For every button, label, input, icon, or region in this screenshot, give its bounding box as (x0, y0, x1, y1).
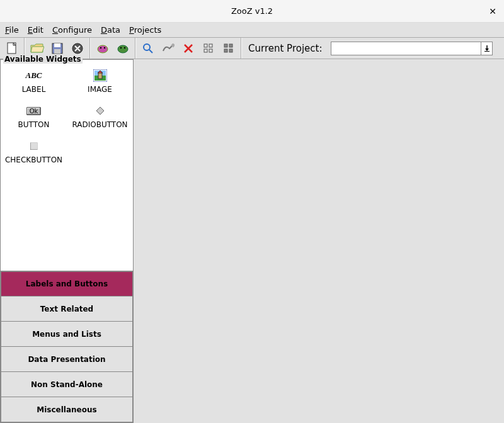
svg-rect-3 (54, 49, 60, 54)
svg-rect-14 (204, 44, 207, 47)
checkbutton-icon (26, 140, 42, 152)
category-labels-buttons[interactable]: Labels and Buttons (1, 271, 133, 296)
align-grid-b-icon[interactable] (220, 40, 237, 57)
zoom-icon[interactable] (140, 40, 156, 57)
save-icon[interactable] (49, 40, 66, 57)
svg-rect-16 (204, 49, 207, 52)
svg-marker-29 (96, 107, 104, 115)
svg-point-5 (98, 45, 108, 53)
perl-run-icon[interactable] (94, 40, 111, 57)
category-menus-lists[interactable]: Menus and Lists (1, 322, 133, 347)
svg-rect-30 (30, 142, 38, 150)
label-icon: ABC (26, 70, 42, 81)
current-project-dropdown[interactable] (331, 42, 493, 55)
perl-debug-icon[interactable] (115, 40, 131, 57)
menu-data[interactable]: Data (101, 25, 120, 35)
category-text-related[interactable]: Text Related (1, 296, 133, 322)
open-folder-icon[interactable] (29, 40, 45, 57)
svg-rect-18 (224, 44, 227, 47)
svg-point-7 (104, 47, 105, 48)
svg-line-12 (149, 50, 152, 53)
titlebar: ZooZ v1.2 ✕ (0, 0, 504, 23)
widget-button[interactable]: Ok BUTTON (2, 105, 66, 129)
category-miscellaneous[interactable]: Miscellaneous (1, 397, 133, 422)
menu-configure[interactable]: Configure (52, 25, 92, 35)
dropdown-arrow-icon[interactable] (481, 42, 492, 55)
svg-point-10 (124, 47, 125, 48)
widget-radiobutton-text: RADIOBUTTON (72, 120, 127, 129)
svg-point-8 (118, 45, 128, 53)
radiobutton-icon (93, 105, 108, 116)
svg-rect-21 (229, 49, 232, 52)
svg-point-9 (120, 47, 122, 48)
remove-icon[interactable] (180, 40, 197, 57)
image-icon (93, 70, 108, 81)
main-area: Available Widgets ABC LABEL IMAGE (0, 59, 504, 423)
svg-rect-17 (209, 49, 212, 52)
svg-point-11 (144, 44, 150, 50)
delete-icon[interactable] (69, 40, 86, 57)
widget-checkbutton[interactable]: CHECKBUTTON (2, 140, 66, 164)
widget-label-text: LABEL (22, 85, 46, 94)
category-non-standalone[interactable]: Non Stand-Alone (1, 372, 133, 397)
sidebar-group-label: Available Widgets (3, 55, 83, 64)
widget-image-text: IMAGE (88, 85, 112, 94)
widget-radiobutton[interactable]: RADIOBUTTON (68, 105, 132, 129)
svg-rect-20 (224, 49, 227, 52)
widget-checkbutton-text: CHECKBUTTON (5, 155, 62, 164)
widget-image[interactable]: IMAGE (68, 70, 132, 94)
menu-edit[interactable]: Edit (28, 25, 43, 35)
category-data-presentation[interactable]: Data Presentation (1, 347, 133, 372)
menu-file[interactable]: File (5, 25, 19, 35)
menu-projects[interactable]: Projects (129, 25, 161, 35)
close-icon[interactable]: ✕ (489, 0, 496, 23)
current-project-label: Current Project: (246, 43, 324, 54)
widget-palette: ABC LABEL IMAGE Ok BUTTON (1, 60, 133, 271)
svg-point-6 (100, 47, 101, 48)
svg-rect-2 (54, 43, 60, 47)
sidebar: Available Widgets ABC LABEL IMAGE (0, 59, 134, 423)
new-file-icon[interactable] (4, 40, 20, 57)
svg-rect-15 (209, 44, 212, 47)
widget-label[interactable]: ABC LABEL (2, 70, 66, 94)
window-title: ZooZ v1.2 (0, 6, 504, 16)
options-icon[interactable] (160, 40, 176, 57)
align-grid-a-icon[interactable] (200, 40, 217, 57)
category-list: Labels and Buttons Text Related Menus an… (1, 271, 133, 422)
widget-button-text: BUTTON (18, 120, 50, 129)
button-icon: Ok (26, 105, 42, 116)
menubar: File Edit Configure Data Projects (0, 23, 504, 38)
content-area (134, 59, 504, 423)
svg-rect-19 (229, 44, 232, 47)
